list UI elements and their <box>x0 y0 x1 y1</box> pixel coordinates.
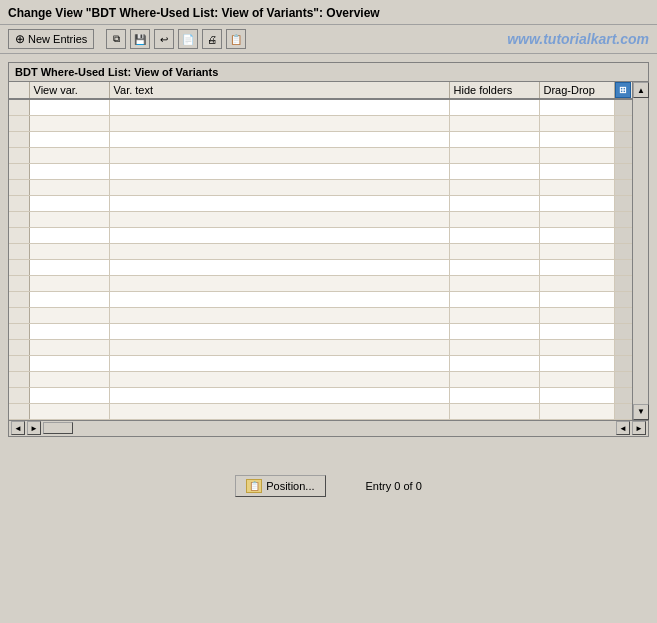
cell-hide-folders[interactable] <box>449 371 539 387</box>
row-selector[interactable] <box>9 195 29 211</box>
undo-button[interactable]: ↩ <box>154 29 174 49</box>
cell-view-var[interactable] <box>29 179 109 195</box>
cell-view-var[interactable] <box>29 355 109 371</box>
cell-hide-folders[interactable] <box>449 291 539 307</box>
col-view-var-header[interactable]: View var. <box>29 82 109 99</box>
scroll-right-button[interactable]: ► <box>27 421 41 435</box>
row-selector[interactable] <box>9 211 29 227</box>
row-selector[interactable] <box>9 163 29 179</box>
cell-hide-folders[interactable] <box>449 211 539 227</box>
col-settings-header[interactable]: ⊞ <box>614 82 632 99</box>
cell-drag-drop[interactable] <box>539 243 614 259</box>
cell-var-text[interactable] <box>109 403 449 419</box>
cell-view-var[interactable] <box>29 211 109 227</box>
row-selector[interactable] <box>9 131 29 147</box>
scroll-down-button[interactable]: ▼ <box>633 404 649 420</box>
save2-button[interactable]: 📄 <box>178 29 198 49</box>
cell-view-var[interactable] <box>29 387 109 403</box>
print-button[interactable]: 🖨 <box>202 29 222 49</box>
cell-hide-folders[interactable] <box>449 163 539 179</box>
cell-drag-drop[interactable] <box>539 371 614 387</box>
cell-view-var[interactable] <box>29 307 109 323</box>
cell-var-text[interactable] <box>109 147 449 163</box>
cell-view-var[interactable] <box>29 403 109 419</box>
cell-drag-drop[interactable] <box>539 307 614 323</box>
cell-drag-drop[interactable] <box>539 131 614 147</box>
cell-drag-drop[interactable] <box>539 99 614 115</box>
cell-view-var[interactable] <box>29 99 109 115</box>
cell-drag-drop[interactable] <box>539 179 614 195</box>
scroll-left2-button[interactable]: ◄ <box>616 421 630 435</box>
cell-hide-folders[interactable] <box>449 403 539 419</box>
cell-view-var[interactable] <box>29 371 109 387</box>
cell-var-text[interactable] <box>109 259 449 275</box>
cell-view-var[interactable] <box>29 323 109 339</box>
cell-var-text[interactable] <box>109 371 449 387</box>
cell-drag-drop[interactable] <box>539 275 614 291</box>
row-selector[interactable] <box>9 355 29 371</box>
cell-var-text[interactable] <box>109 387 449 403</box>
cell-drag-drop[interactable] <box>539 211 614 227</box>
copy-button[interactable]: ⧉ <box>106 29 126 49</box>
cell-view-var[interactable] <box>29 275 109 291</box>
cell-var-text[interactable] <box>109 179 449 195</box>
cell-drag-drop[interactable] <box>539 227 614 243</box>
cell-view-var[interactable] <box>29 291 109 307</box>
cell-var-text[interactable] <box>109 195 449 211</box>
cell-view-var[interactable] <box>29 147 109 163</box>
cell-hide-folders[interactable] <box>449 243 539 259</box>
cell-drag-drop[interactable] <box>539 163 614 179</box>
cell-var-text[interactable] <box>109 323 449 339</box>
cell-var-text[interactable] <box>109 227 449 243</box>
cell-drag-drop[interactable] <box>539 355 614 371</box>
scroll-right2-button[interactable]: ► <box>632 421 646 435</box>
row-selector[interactable] <box>9 259 29 275</box>
position-button[interactable]: 📋 Position... <box>235 475 325 497</box>
scroll-left-button[interactable]: ◄ <box>11 421 25 435</box>
cell-view-var[interactable] <box>29 163 109 179</box>
row-selector[interactable] <box>9 179 29 195</box>
save-button[interactable]: 💾 <box>130 29 150 49</box>
cell-hide-folders[interactable] <box>449 323 539 339</box>
cell-var-text[interactable] <box>109 307 449 323</box>
cell-hide-folders[interactable] <box>449 259 539 275</box>
cell-drag-drop[interactable] <box>539 291 614 307</box>
cell-var-text[interactable] <box>109 131 449 147</box>
row-selector[interactable] <box>9 387 29 403</box>
cell-view-var[interactable] <box>29 131 109 147</box>
cell-var-text[interactable] <box>109 99 449 115</box>
cell-var-text[interactable] <box>109 115 449 131</box>
cell-hide-folders[interactable] <box>449 147 539 163</box>
col-hide-folders-header[interactable]: Hide folders <box>449 82 539 99</box>
col-settings-icon[interactable]: ⊞ <box>615 82 631 98</box>
cell-hide-folders[interactable] <box>449 339 539 355</box>
cell-hide-folders[interactable] <box>449 115 539 131</box>
cell-drag-drop[interactable] <box>539 259 614 275</box>
cell-drag-drop[interactable] <box>539 339 614 355</box>
col-var-text-header[interactable]: Var. text <box>109 82 449 99</box>
cell-view-var[interactable] <box>29 227 109 243</box>
cell-var-text[interactable] <box>109 211 449 227</box>
cell-hide-folders[interactable] <box>449 355 539 371</box>
cell-var-text[interactable] <box>109 243 449 259</box>
row-selector[interactable] <box>9 227 29 243</box>
row-selector[interactable] <box>9 323 29 339</box>
cell-hide-folders[interactable] <box>449 307 539 323</box>
horizontal-scroll-thumb[interactable] <box>43 422 73 434</box>
row-selector[interactable] <box>9 371 29 387</box>
row-selector[interactable] <box>9 243 29 259</box>
scroll-track[interactable] <box>633 98 648 404</box>
row-selector[interactable] <box>9 307 29 323</box>
cell-hide-folders[interactable] <box>449 275 539 291</box>
new-entries-button[interactable]: ⊕ New Entries <box>8 29 94 49</box>
cell-drag-drop[interactable] <box>539 387 614 403</box>
scroll-up-button[interactable]: ▲ <box>633 82 649 98</box>
col-drag-drop-header[interactable]: Drag-Drop <box>539 82 614 99</box>
cell-hide-folders[interactable] <box>449 99 539 115</box>
row-selector[interactable] <box>9 339 29 355</box>
cell-hide-folders[interactable] <box>449 195 539 211</box>
cell-view-var[interactable] <box>29 259 109 275</box>
cell-view-var[interactable] <box>29 115 109 131</box>
cell-var-text[interactable] <box>109 339 449 355</box>
cell-hide-folders[interactable] <box>449 227 539 243</box>
